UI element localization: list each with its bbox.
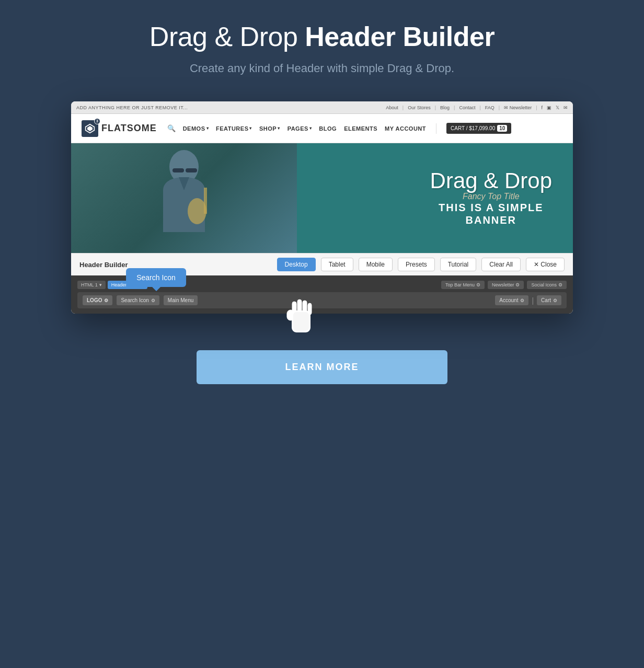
html-tag-arrow: ▾ [99, 282, 102, 287]
site-header: 3 FLATSOME 🔍 DEMOS ▾ FEATURES ▾ SHOP ▾ P… [71, 114, 573, 143]
builder-top-right: Top Bar Menu ⚙ Newsletter ⚙ Social Icons… [441, 281, 567, 289]
tab-mobile[interactable]: Mobile [359, 258, 393, 271]
page-container: Drag & Drop Header Builder Create any ki… [37, 21, 607, 384]
builder-newsletter-tag[interactable]: Newsletter ⚙ [488, 281, 524, 289]
tab-tablet[interactable]: Tablet [321, 258, 353, 271]
account-gear-icon: ⚙ [520, 298, 524, 303]
nav-divider [436, 123, 436, 134]
builder-row-main-wrapper: LOGO ⚙ Search Icon ⚙ Search Icon Main Me… [77, 292, 567, 308]
topbar-social-facebook[interactable]: f [541, 105, 543, 110]
nav-blog[interactable]: BLOG [319, 125, 337, 132]
svg-rect-6 [204, 188, 207, 214]
close-button[interactable]: ✕ Close [526, 258, 565, 271]
builder-row-main: LOGO ⚙ Search Icon ⚙ Search Icon Main Me… [77, 292, 567, 308]
builder-main-menu-tag[interactable]: Main Menu [164, 295, 198, 305]
nav-features[interactable]: FEATURES ▾ [216, 125, 252, 132]
svg-rect-3 [172, 168, 184, 172]
search-icon-gear-icon: ⚙ [151, 298, 155, 303]
tutorial-button[interactable]: Tutorial [440, 258, 477, 271]
svg-point-5 [188, 198, 206, 224]
search-icon-tooltip: Search Icon [126, 268, 186, 287]
logo-icon: 3 [82, 120, 98, 137]
page-subtitle: Create any kind of Header with simple Dr… [190, 62, 454, 75]
builder-area: HTML 1 ▾ Header Main ⚙ Top Bar Menu ⚙ Ne… [71, 275, 573, 314]
topbar-nav-blog[interactable]: Blog [440, 105, 450, 110]
svg-marker-1 [87, 126, 93, 131]
social-icons-gear-icon: ⚙ [558, 282, 562, 287]
learn-more-button[interactable]: LEARN MORE [197, 350, 447, 384]
builder-separator: | [532, 296, 534, 305]
svg-rect-7 [292, 311, 310, 332]
banner-area: Drag & Drop Fancy Top Title THIS IS A SI… [71, 143, 573, 253]
cart-gear-icon: ⚙ [553, 298, 557, 303]
nav-demos[interactable]: DEMOS ▾ [183, 125, 209, 132]
topbar-message: ADD ANYTHING HERE OR JUST REMOVE IT... [76, 105, 188, 110]
cart-label: CART / $17,099.00 [451, 125, 495, 131]
svg-rect-13 [293, 312, 309, 331]
topbar-social-twitter[interactable]: 𝕏 [556, 105, 559, 110]
banner-title: Drag & Drop [430, 170, 552, 192]
logo-area: 3 FLATSOME [82, 120, 157, 137]
svg-rect-4 [186, 168, 197, 172]
banner-image [71, 143, 297, 253]
builder-cart-tag[interactable]: Cart ⚙ [537, 295, 561, 305]
builder-right-tags: Account ⚙ | Cart ⚙ [495, 295, 561, 305]
builder-topbar-menu-tag[interactable]: Top Bar Menu ⚙ [441, 281, 485, 289]
clear-all-button[interactable]: Clear All [481, 258, 521, 271]
nav-search-icon[interactable]: 🔍 [167, 124, 176, 132]
newsletter-gear-icon: ⚙ [515, 282, 520, 287]
cart-button[interactable]: CART / $17,099.00 10 [446, 123, 511, 134]
builder-search-icon-tag[interactable]: Search Icon ⚙ Search Icon [117, 295, 159, 305]
topbar-social-instagram[interactable]: ▣ [547, 105, 551, 110]
topbar-nav-contact[interactable]: Contact [459, 105, 475, 110]
nav-pages[interactable]: PAGES ▾ [288, 125, 312, 132]
topbar: ADD ANYTHING HERE OR JUST REMOVE IT... A… [71, 101, 573, 114]
person-svg [142, 143, 226, 253]
topbar-nav-faq[interactable]: FAQ [485, 105, 494, 110]
topbar-nav-stores[interactable]: Our Stores [408, 105, 431, 110]
nav-elements[interactable]: ELEMENTS [344, 125, 377, 132]
builder-logo-tag[interactable]: LOGO ⚙ [83, 295, 112, 305]
logo-text: FLATSOME [101, 123, 157, 134]
logo-svg [85, 123, 95, 134]
topbar-social-mail[interactable]: ✉ [564, 105, 568, 110]
banner-text-area: Drag & Drop Fancy Top Title THIS IS A SI… [430, 170, 552, 226]
tab-desktop[interactable]: Desktop [277, 258, 316, 271]
topbar-nav-newsletter[interactable]: ✉ Newsletter [504, 105, 532, 110]
presets-button[interactable]: Presets [398, 258, 435, 271]
topbar-menu-gear-icon: ⚙ [476, 282, 480, 287]
page-title: Drag & Drop Header Builder [150, 21, 494, 52]
banner-fancy-title: Fancy Top Title [430, 192, 552, 201]
builder-html-tag[interactable]: HTML 1 ▾ [77, 281, 106, 289]
site-nav: 🔍 DEMOS ▾ FEATURES ▾ SHOP ▾ PAGES ▾ BLOG… [167, 123, 562, 134]
browser-mockup: ADD ANYTHING HERE OR JUST REMOVE IT... A… [71, 101, 573, 314]
topbar-nav-about[interactable]: About [386, 105, 398, 110]
tooltip-text: Search Icon [126, 268, 186, 287]
logo-badge: 3 [94, 118, 100, 124]
logo-gear-icon: ⚙ [104, 298, 108, 303]
cart-count: 10 [497, 125, 507, 132]
builder-account-tag[interactable]: Account ⚙ [495, 295, 528, 305]
header-builder-title: Header Builder [79, 261, 128, 269]
nav-account[interactable]: MY ACCOUNT [385, 125, 426, 132]
builder-social-icons-tag[interactable]: Social Icons ⚙ [527, 281, 567, 289]
nav-shop[interactable]: SHOP ▾ [259, 125, 280, 132]
banner-subtitle: THIS IS A SIMPLEBANNER [430, 201, 552, 226]
topbar-nav: About | Our Stores | Blog | Contact | FA… [386, 105, 568, 110]
